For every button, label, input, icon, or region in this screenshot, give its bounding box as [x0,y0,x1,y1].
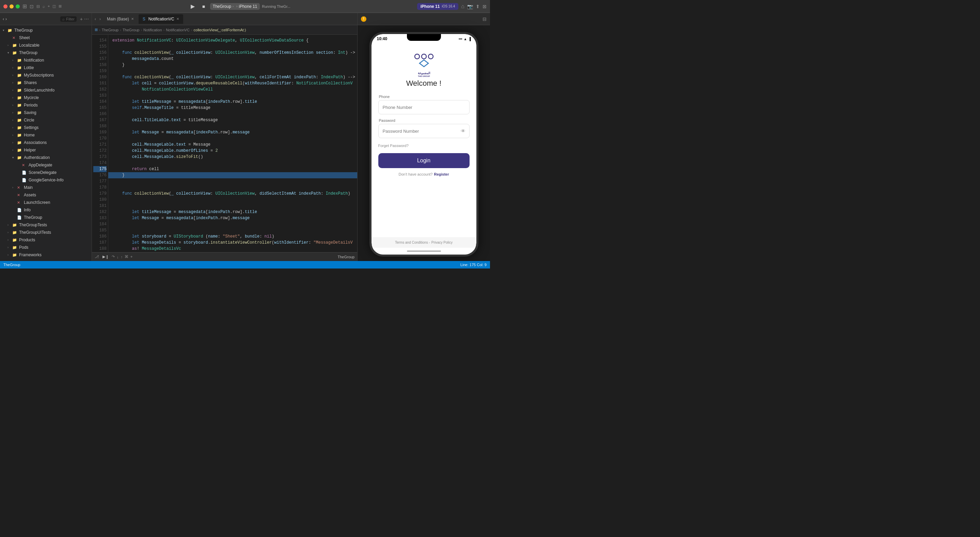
tab-main-base[interactable]: Main (Base) ✕ [103,14,138,24]
tab-label: NotificationVC [148,17,174,21]
tab-notificationvc[interactable]: S NotificationVC ✕ [138,14,183,24]
sort-icon[interactable]: ⋯ [84,16,89,22]
running-label: Running TheGr... [262,5,290,8]
hierarchy-icon[interactable]: ⊞ [59,4,62,8]
svg-marker-4 [420,60,428,67]
play-pause-btn[interactable]: ▶ ‖ [101,254,110,260]
sidebar-item-thegroup-root[interactable]: ▾ 📁 TheGroup [0,27,92,34]
breadcrumb-item[interactable]: TheGroup [102,28,119,32]
chevron-right-icon: › [8,223,12,227]
sidebar-item-notification[interactable]: › 📁 Notification [0,57,92,64]
minimize-button[interactable] [10,5,14,8]
sidebar-item-mycircle[interactable]: › 📁 Mycircle [0,94,92,102]
inspector-toggle-icon[interactable]: ⊟ [482,16,487,22]
eye-icon[interactable]: 👁 [461,128,466,134]
sidebar-item-authentication[interactable]: ▾ 📁 Authentication [0,154,92,161]
sidebar-item-frameworks[interactable]: › 📁 Frameworks [0,251,92,259]
sidebar-item-label: LaunchScreen [24,200,50,205]
nav-forward-btn[interactable]: › [98,17,102,21]
nav-back-btn[interactable]: ‹ [3,17,4,21]
layout-icon[interactable]: ⊡ [30,4,34,9]
code-content[interactable]: extension NotificationVC: UICollectionVi… [108,35,357,252]
nav-forward-btn[interactable]: › [5,17,7,21]
sidebar-item-thegrouptests[interactable]: › 📁 TheGroupTests [0,221,92,229]
share-icon[interactable]: ⬆ [476,4,480,9]
sidebar-item-scenedelegate[interactable]: 📄 SceneDelegate [0,169,92,176]
warning-icon: ! [361,16,366,22]
sidebar-item-lottie[interactable]: › 📁 Lottie [0,64,92,71]
sidebar-item-pods[interactable]: › 📁 Pods [0,244,92,251]
branch-icon: ⎇ [95,254,99,259]
svg-text:المجموعة: المجموعة [417,71,430,75]
inspector-icon[interactable]: ⊟ [37,4,40,9]
breadcrumb-item[interactable]: Notification [143,28,162,32]
password-input[interactable] [378,124,469,138]
folder-icon: 📁 [12,43,18,48]
debug-icon[interactable]: ⌘ [125,254,128,259]
breadcrumb-item[interactable]: collectionView(_:cellForItemAt:) [194,28,246,32]
breadcrumb-item[interactable]: TheGroup [123,28,140,32]
step-in-icon[interactable]: ↓ [117,255,119,259]
sidebar-item-thegroup-group[interactable]: ▾ 📁 TheGroup [0,49,92,57]
register-link[interactable]: Register [434,172,449,176]
photo-icon[interactable]: 📷 [467,4,473,9]
top-right: iPhone 11 iOS 16.4 ⌂ 📷 ⬆ ⊠ [414,3,490,10]
run-button[interactable]: ▶ [188,2,197,11]
password-label: Password [379,118,469,122]
sidebar-toggle-icon[interactable]: ⊞ [22,3,27,10]
sidebar-item-associations[interactable]: › 📁 Associations [0,139,92,146]
login-label: Login [417,157,430,164]
diff-icon[interactable]: ◫ [52,4,56,8]
sidebar-item-home[interactable]: › 📁 Home [0,131,92,139]
sidebar-item-periods[interactable]: › 📁 Periods [0,102,92,109]
sidebar-item-circle[interactable]: › 📁 Circle [0,116,92,124]
privacy-link[interactable]: Privacy Policy [431,241,453,244]
file-x-icon: ✕ [17,193,22,197]
step-out-icon[interactable]: ↑ [121,255,123,259]
stop-button[interactable]: ■ [199,2,208,11]
scheme-picker[interactable]: TheGroup › › iPhone 11 [210,3,260,10]
code-editor[interactable]: 154155156157158 159160161162163 16416516… [92,35,357,252]
login-button[interactable]: Login [378,153,469,168]
nav-back-btn[interactable]: ‹ [93,17,97,21]
search-icon[interactable]: ⌕ [43,4,45,9]
location-icon[interactable]: ⌖ [130,254,132,259]
sidebar-item-saving[interactable]: › 📁 Saving [0,109,92,116]
sidebar-item-sheet[interactable]: ✕ Sheet [0,34,92,41]
sidebar-item-main[interactable]: › ✕ Main [0,184,92,191]
filter-icon[interactable]: ⌖ [48,4,50,8]
sidebar-item-products[interactable]: › 📁 Products [0,236,92,244]
sidebar-item-launchscreen[interactable]: ✕ LaunchScreen [0,199,92,206]
status-bar: TheGroup Line: 175 Col: 9 [0,261,490,268]
close-button[interactable] [3,5,8,8]
sidebar-item-appdelegate[interactable]: ✕ AppDelegate [0,161,92,169]
sidebar-item-helper[interactable]: › 📁 Helper [0,146,92,154]
step-over-icon[interactable]: ↷ [112,254,115,259]
breadcrumb-item[interactable]: NotificationVC [166,28,190,32]
sidebar-item-info[interactable]: 📄 Info [0,206,92,214]
tab-close-icon[interactable]: ✕ [131,17,134,21]
sidebar-item-settings[interactable]: › 📁 Settings [0,124,92,131]
status-bar-right: Line: 175 Col: 9 [460,263,487,267]
sidebar-item-thegroup-file[interactable]: 📄 TheGroup [0,214,92,221]
chevron-right-icon: › [12,89,17,92]
svg-text:THE GROUP: THE GROUP [418,75,430,77]
terms-link[interactable]: Terms and Conditions - [395,241,430,244]
maximize-button[interactable] [16,5,20,8]
sidebar-item-localizable[interactable]: › 📁 Localizable [0,41,92,49]
sidebar-item-googleservice[interactable]: 📄 GoogleService-Info [0,176,92,184]
sidebar-tree: ▾ 📁 TheGroup ✕ Sheet › 📁 Localizable ▾ 📁… [0,25,92,261]
sidebar-item-shares[interactable]: › 📁 Shares [0,79,92,86]
filter-input-wrapper[interactable]: ⌕ Filter [60,16,76,22]
add-file-icon[interactable]: + [80,16,83,22]
file-x-icon: ✕ [22,163,27,167]
phone-input[interactable] [378,100,469,114]
sidebar-item-thegroupuitests[interactable]: › 📁 TheGroupUITests [0,229,92,236]
forgot-password-link[interactable]: Forget Password? [378,144,409,148]
zoom-icon[interactable]: ⊠ [482,4,487,9]
tab-close-icon[interactable]: ✕ [177,17,179,21]
sidebar-item-mysubscriptions[interactable]: › 📁 MySubscriptions [0,71,92,79]
sidebar-item-assets[interactable]: ✕ Assets [0,191,92,199]
home-icon[interactable]: ⌂ [461,3,465,10]
sidebar-item-sliderlanuchinfo[interactable]: › 📁 SliderLanuchInfo [0,86,92,94]
